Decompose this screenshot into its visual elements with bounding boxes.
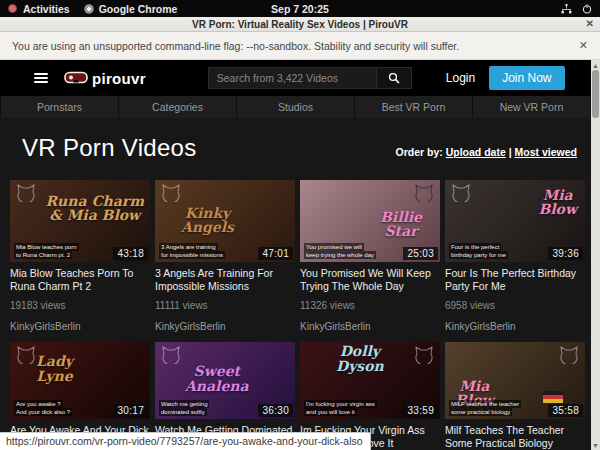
studio-cat-watermark-icon bbox=[559, 346, 579, 364]
studio-cat-watermark-icon bbox=[161, 346, 181, 364]
duration-badge: 30:17 bbox=[113, 404, 148, 417]
window-close-icon[interactable]: ✕ bbox=[586, 18, 594, 29]
video-grid: Runa Charm& Mia Blow Mia Blow teaches po… bbox=[10, 180, 585, 450]
duration-badge: 43:18 bbox=[113, 247, 148, 260]
video-thumbnail[interactable]: DollyDyson I'm fucking your virgin assan… bbox=[300, 342, 440, 419]
duration-badge: 36:30 bbox=[258, 404, 293, 417]
order-upload-date-link[interactable]: Upload date bbox=[446, 146, 506, 158]
video-card[interactable]: BillieStar You promised we willkeep tryi… bbox=[300, 180, 440, 332]
order-separator: | bbox=[509, 146, 512, 158]
join-now-button[interactable]: Join Now bbox=[489, 66, 564, 90]
thumbnail-caption: Four is the perfectbirthday party for me bbox=[449, 243, 508, 259]
window-title: VR Porn: Virtual Reality Sex Videos | Pi… bbox=[192, 19, 408, 30]
order-most-viewed-link[interactable]: Most viewed bbox=[515, 146, 577, 158]
scroll-up-arrow-icon[interactable]: ▲ bbox=[591, 60, 600, 70]
site-logo[interactable]: pirouvr bbox=[64, 70, 146, 87]
thumbnail-caption: MILF teaches the teachersome practical b… bbox=[449, 400, 521, 416]
vr-headset-icon bbox=[64, 71, 88, 85]
infobar-close-icon[interactable]: ✕ bbox=[579, 39, 588, 52]
video-title[interactable]: Milf Teaches The Teacher Some Practical … bbox=[445, 424, 585, 450]
window-titlebar[interactable]: VR Porn: Virtual Reality Sex Videos | Pi… bbox=[0, 17, 600, 32]
nav-item-categories[interactable]: Categories bbox=[119, 96, 237, 118]
page-title: VR Porn Videos bbox=[22, 134, 197, 162]
infobar-message: You are using an unsupported command-lin… bbox=[12, 40, 459, 52]
site-header: pirouvr Login Join Now bbox=[0, 60, 600, 96]
duration-badge: 33:59 bbox=[403, 404, 438, 417]
video-card[interactable]: MiaBlow MILF teaches the teachersome pra… bbox=[445, 342, 585, 450]
video-thumbnail[interactable]: Runa Charm& Mia Blow Mia Blow teaches po… bbox=[10, 180, 150, 262]
view-count: 11326 views bbox=[300, 300, 440, 311]
thumbnail-caption: Are you awake ?And your dick also ? bbox=[14, 400, 72, 416]
view-count: 19183 views bbox=[10, 300, 150, 311]
video-thumbnail[interactable]: BillieStar You promised we willkeep tryi… bbox=[300, 180, 440, 262]
search-input[interactable] bbox=[208, 67, 376, 89]
system-top-bar: Activities Google Chrome Sep 7 20:25 bbox=[0, 0, 600, 17]
studio-cat-watermark-icon bbox=[16, 184, 36, 202]
nav-item-best-vr-porn[interactable]: Best VR Porn bbox=[355, 96, 473, 118]
search-button[interactable] bbox=[376, 67, 412, 89]
menu-icon[interactable] bbox=[34, 73, 48, 83]
studio-cat-watermark-icon bbox=[161, 184, 181, 202]
video-thumbnail[interactable]: LadyLyne Are you awake ?And your dick al… bbox=[10, 342, 150, 419]
thumbnail-caption: 3 Angels are trainingfor impossible miss… bbox=[159, 243, 225, 259]
video-thumbnail[interactable]: SweetAnalena Watch me gettingdominated s… bbox=[155, 342, 295, 419]
logo-text: pirouvr bbox=[92, 70, 146, 87]
chrome-infobar: You are using an unsupported command-lin… bbox=[0, 32, 600, 60]
search-icon bbox=[388, 72, 400, 84]
scrollbar-thumb[interactable] bbox=[592, 70, 599, 118]
video-title[interactable]: Mia Blow Teaches Porn To Runa Charm Pt 2 bbox=[10, 267, 150, 293]
video-card[interactable]: MiaBlow Four is the perfectbirthday part… bbox=[445, 180, 585, 332]
login-link[interactable]: Login bbox=[446, 71, 475, 85]
thumbnail-caption: Mia Blow teaches pornto Runa Charm pt. 2 bbox=[14, 243, 79, 259]
video-thumbnail[interactable]: MiaBlow Four is the perfectbirthday part… bbox=[445, 180, 585, 262]
duration-badge: 39:36 bbox=[548, 247, 583, 260]
studio-link[interactable]: KinkyGirlsBerlin bbox=[300, 321, 440, 332]
thumbnail-caption: I'm fucking your virgin assand you will … bbox=[304, 400, 377, 416]
thumbnail-caption: You promised we willkeep trying the whol… bbox=[304, 243, 376, 259]
studio-link[interactable]: KinkyGirlsBerlin bbox=[155, 321, 295, 332]
network-icon[interactable] bbox=[561, 4, 572, 14]
german-flag-icon bbox=[543, 391, 563, 403]
page-content: VR Porn Videos Order by: Upload date | M… bbox=[0, 118, 591, 450]
order-by-label: Order by: bbox=[395, 146, 442, 158]
thumbnail-caption: Watch me gettingdominated softly bbox=[159, 400, 209, 416]
nav-item-pornstars[interactable]: Pornstars bbox=[0, 96, 119, 118]
screen: Activities Google Chrome Sep 7 20:25 VR … bbox=[0, 0, 600, 450]
view-count: 11111 views bbox=[155, 300, 295, 311]
video-title[interactable]: 3 Angels Are Training For Impossible Mis… bbox=[155, 267, 295, 293]
video-title[interactable]: Four Is The Perfect Birthday Party For M… bbox=[445, 267, 585, 293]
studio-link[interactable]: KinkyGirlsBerlin bbox=[445, 321, 585, 332]
duration-badge: 47:01 bbox=[258, 247, 293, 260]
video-title[interactable]: You Promised We Will Keep Trying The Who… bbox=[300, 267, 440, 293]
scrollbar[interactable]: ▲ ▼ bbox=[591, 60, 600, 450]
video-card[interactable]: Runa Charm& Mia Blow Mia Blow teaches po… bbox=[10, 180, 150, 332]
studio-cat-watermark-icon bbox=[414, 184, 434, 202]
video-thumbnail[interactable]: MiaBlow MILF teaches the teachersome pra… bbox=[445, 342, 585, 419]
status-bar-url: https://pirouvr.com/vr-porn-video/779325… bbox=[0, 432, 371, 450]
studio-cat-watermark-icon bbox=[16, 346, 36, 364]
studio-cat-watermark-icon bbox=[451, 184, 471, 202]
nav-item-new-vr-porn[interactable]: New VR Porn bbox=[473, 96, 591, 118]
scroll-down-arrow-icon[interactable]: ▼ bbox=[591, 440, 600, 450]
clock[interactable]: Sep 7 20:25 bbox=[0, 3, 600, 15]
view-count: 6958 views bbox=[445, 300, 585, 311]
duration-badge: 25:03 bbox=[403, 247, 438, 260]
duration-badge: 35:58 bbox=[548, 404, 583, 417]
nav-item-studios[interactable]: Studios bbox=[237, 96, 355, 118]
video-thumbnail[interactable]: KinkyAngels 3 Angels are trainingfor imp… bbox=[155, 180, 295, 262]
studio-link[interactable]: KinkyGirlsBerlin bbox=[10, 321, 150, 332]
power-icon[interactable] bbox=[582, 4, 592, 14]
studio-cat-watermark-icon bbox=[414, 346, 434, 364]
order-by: Order by: Upload date | Most viewed bbox=[395, 146, 577, 162]
video-card[interactable]: KinkyAngels 3 Angels are trainingfor imp… bbox=[155, 180, 295, 332]
main-nav: Pornstars Categories Studios Best VR Por… bbox=[0, 96, 591, 118]
